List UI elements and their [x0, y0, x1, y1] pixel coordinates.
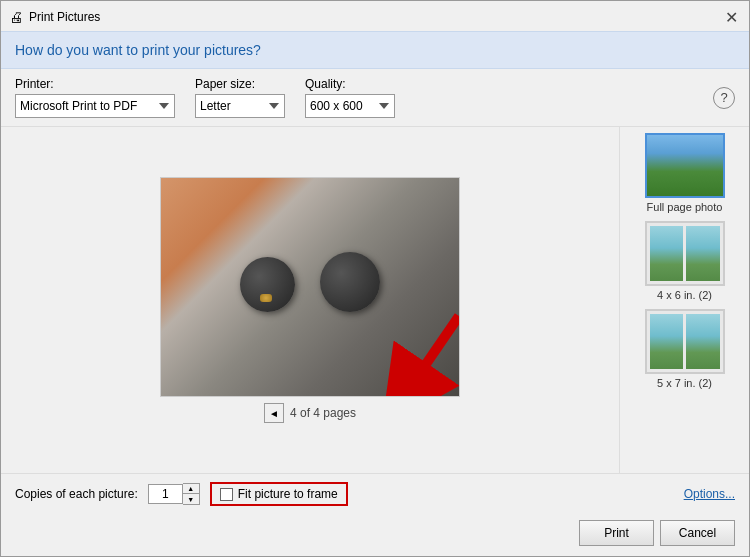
earbud-left — [240, 257, 295, 312]
4x6-img — [647, 223, 723, 284]
main-content: ◄ 4 of 4 pages Full page photo — [1, 127, 749, 473]
quality-label: Quality: — [305, 77, 395, 91]
close-button[interactable]: ✕ — [721, 7, 741, 27]
earbud-right — [320, 252, 380, 312]
quality-select[interactable]: 600 x 600 — [305, 94, 395, 118]
4x6-label: 4 x 6 in. (2) — [657, 289, 712, 301]
action-buttons: Print Cancel — [1, 514, 749, 556]
layout-full-page[interactable]: Full page photo — [626, 133, 743, 213]
options-link[interactable]: Options... — [684, 487, 735, 501]
strip-4 — [686, 314, 720, 369]
strip-3 — [650, 314, 684, 369]
strip-2 — [686, 226, 720, 281]
sidebar: Full page photo 4 x 6 in. (2) — [619, 127, 749, 473]
earbud-gold — [260, 294, 272, 302]
earbud-illustration — [220, 227, 400, 347]
printer-label: Printer: — [15, 77, 175, 91]
full-page-thumb — [645, 133, 725, 198]
preview-area: ◄ 4 of 4 pages — [1, 127, 619, 473]
copies-spinner: ▲ ▼ — [148, 483, 200, 505]
prev-page-button[interactable]: ◄ — [264, 403, 284, 423]
paper-label: Paper size: — [195, 77, 285, 91]
page-text: 4 of 4 pages — [290, 406, 356, 420]
5x7-img — [647, 311, 723, 372]
print-dialog: 🖨 Print Pictures ✕ How do you want to pr… — [0, 0, 750, 557]
svg-line-1 — [404, 316, 459, 396]
full-page-img — [647, 135, 723, 196]
fit-checkbox[interactable] — [220, 488, 233, 501]
help-button[interactable]: ? — [713, 87, 735, 109]
spinner-down-button[interactable]: ▼ — [183, 494, 199, 504]
preview-frame — [160, 177, 460, 397]
quality-group: Quality: 600 x 600 — [305, 77, 395, 118]
5x7-label: 5 x 7 in. (2) — [657, 377, 712, 389]
copies-label: Copies of each picture: — [15, 487, 138, 501]
page-indicator: ◄ 4 of 4 pages — [264, 403, 356, 423]
layout-5x7[interactable]: 5 x 7 in. (2) — [626, 309, 743, 389]
spinner-up-button[interactable]: ▲ — [183, 484, 199, 494]
question-header: How do you want to print your pictures? — [1, 31, 749, 69]
title-bar-left: 🖨 Print Pictures — [9, 9, 100, 25]
paper-select[interactable]: Letter — [195, 94, 285, 118]
copies-input[interactable] — [148, 484, 183, 504]
spinner-buttons: ▲ ▼ — [183, 483, 200, 505]
paper-group: Paper size: Letter — [195, 77, 285, 118]
printer-group: Printer: Microsoft Print to PDF — [15, 77, 175, 118]
full-page-label: Full page photo — [647, 201, 723, 213]
cancel-button[interactable]: Cancel — [660, 520, 735, 546]
printer-select[interactable]: Microsoft Print to PDF — [15, 94, 175, 118]
5x7-thumb — [645, 309, 725, 374]
printer-icon: 🖨 — [9, 9, 23, 25]
dialog-title: Print Pictures — [29, 10, 100, 24]
4x6-thumb — [645, 221, 725, 286]
title-bar: 🖨 Print Pictures ✕ — [1, 1, 749, 31]
print-button[interactable]: Print — [579, 520, 654, 546]
fit-label: Fit picture to frame — [238, 487, 338, 501]
strip-1 — [650, 226, 684, 281]
layout-4x6[interactable]: 4 x 6 in. (2) — [626, 221, 743, 301]
bottom-bar: Copies of each picture: ▲ ▼ Fit picture … — [1, 473, 749, 514]
question-text: How do you want to print your pictures? — [15, 42, 261, 58]
fit-picture-checkbox-area[interactable]: Fit picture to frame — [210, 482, 348, 506]
preview-image — [161, 178, 459, 396]
controls-row: Printer: Microsoft Print to PDF Paper si… — [1, 69, 749, 127]
